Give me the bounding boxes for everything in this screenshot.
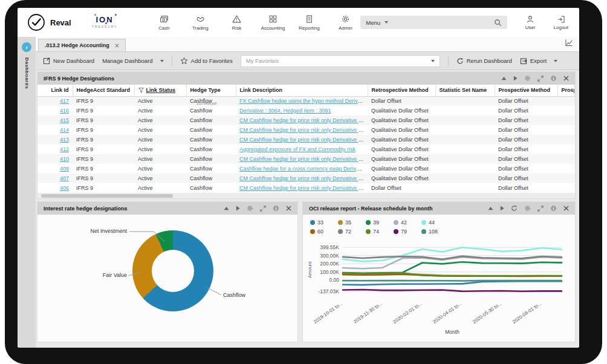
legend-item[interactable]: 33	[310, 219, 338, 226]
table-row[interactable]: 414IFRS 9ActiveCashflowCM Cashflow hedge…	[37, 125, 575, 135]
collapse-icon[interactable]	[488, 206, 493, 210]
nav-item-risk[interactable]: Risk	[221, 15, 252, 31]
col-prospective-method[interactable]: Prospective Method	[495, 85, 557, 96]
link-description-link[interactable]: CM Cashflow hedge for price risk only De…	[239, 175, 368, 181]
link-description-link[interactable]: CM Cashflow hedge for price risk only De…	[239, 156, 368, 162]
info-icon[interactable]	[550, 75, 557, 82]
interest-rate-panel-header: Interest rate hedge designations	[37, 202, 297, 215]
col-statistic-set-name[interactable]: Statistic Set Name	[435, 85, 495, 96]
link-id-link[interactable]: 415	[60, 117, 69, 123]
run-icon[interactable]	[236, 206, 240, 211]
link-description-link[interactable]: Cashflow hedge for a cross currency swap…	[239, 166, 368, 172]
col-link-id[interactable]: Link Id	[37, 85, 73, 96]
tab-hedge-accounting[interactable]: .013.2 Hedge Accounting	[38, 39, 126, 51]
close-icon[interactable]	[286, 206, 291, 211]
standard-cell: IFRS 9	[73, 145, 134, 154]
oci-line-chart[interactable]: 399.55K300.00K200.00K100.00K0.00-137.03K…	[305, 241, 569, 338]
overlay-artifact: 2117985s.pdf	[196, 102, 216, 105]
link-id-link[interactable]: 417	[60, 98, 69, 104]
link-description-link[interactable]: CM Cashflow hedge for price risk only De…	[239, 185, 368, 191]
nav-item-cash[interactable]: Cash	[149, 15, 179, 31]
add-to-favorites-button[interactable]: Add to Favorites	[180, 57, 233, 65]
link-description-link[interactable]: FX Cashflow hedge using the hypo method …	[239, 98, 368, 104]
nav-item-trading[interactable]: Trading	[185, 15, 215, 31]
legend-item[interactable]: 79	[394, 229, 421, 235]
resize-icon[interactable]	[537, 76, 544, 82]
link-id-link[interactable]: 413	[60, 137, 69, 143]
link-id-link[interactable]: 412	[60, 146, 69, 152]
table-row[interactable]: 416IFRS 9ActiveCashflowDerivative : 3064…	[37, 106, 575, 115]
table-row[interactable]: 413IFRS 9ActiveCashflowCM Cashflow hedge…	[37, 135, 575, 145]
rerun-dashboard-button[interactable]: Rerun Dashboard	[456, 57, 512, 65]
legend-item[interactable]: 108	[421, 229, 449, 235]
gear-icon[interactable]	[524, 75, 531, 82]
export-button[interactable]: Export	[520, 57, 557, 65]
table-row[interactable]: 412IFRS 9ActiveCashflowAggregated exposu…	[37, 145, 575, 154]
close-icon[interactable]	[563, 206, 569, 211]
col-hedge-type[interactable]: Hedge Type	[186, 85, 236, 96]
filter-icon[interactable]	[138, 88, 144, 93]
link-id-link[interactable]: 414	[60, 127, 69, 133]
menu-dropdown[interactable]: Menu	[366, 19, 380, 26]
col-hedgeacct-standard[interactable]: HedgeAcct Standard	[73, 85, 134, 96]
search-input[interactable]	[388, 19, 494, 27]
new-dashboard-button[interactable]: New Dashboard	[43, 57, 94, 65]
table-horizontal-scrollbar[interactable]	[37, 193, 575, 198]
link-description-link[interactable]: CM Cashflow hedge for price risk only De…	[239, 127, 368, 133]
link-id-link[interactable]: 416	[60, 108, 69, 114]
legend-item[interactable]: 44	[421, 219, 449, 226]
link-description-link[interactable]: Derivative : 3064, Hedged Item : 3091	[239, 108, 331, 114]
search-icon[interactable]	[494, 19, 502, 27]
col-link-status[interactable]: Link Status	[134, 85, 186, 96]
legend-item[interactable]: 72	[338, 229, 366, 235]
link-description-cell: CM Cashflow hedge for price risk only De…	[236, 174, 368, 183]
table-row[interactable]: 415IFRS 9ActiveCashflowCM Cashflow hedge…	[37, 115, 575, 125]
run-icon[interactable]	[513, 76, 518, 81]
tab-close-icon[interactable]	[115, 44, 119, 48]
scrollbar-thumb[interactable]	[41, 194, 173, 198]
gear-icon[interactable]	[524, 205, 531, 212]
col-retrospective-method[interactable]: Retrospective Method	[368, 85, 435, 96]
tab-title: .013.2 Hedge Accounting	[45, 42, 109, 48]
refresh-icon[interactable]	[511, 205, 518, 212]
user-button[interactable]: User	[525, 15, 536, 30]
info-icon[interactable]	[550, 205, 557, 212]
rail-expand-button[interactable]: ›	[22, 42, 31, 52]
hedge-type-cell: Cashflow	[186, 183, 236, 193]
link-id-link[interactable]: 410	[60, 156, 69, 162]
nav-item-admin[interactable]: Admin	[330, 15, 360, 31]
rail-dashboards-label[interactable]: Dashboards	[24, 57, 30, 89]
table-row[interactable]: 406IFRS 9ActiveCashflowCM Cashflow hedge…	[37, 183, 575, 193]
manage-dashboard-button[interactable]: Manage Dashboard	[102, 57, 163, 64]
legend-item[interactable]: 42	[394, 219, 421, 226]
resize-icon[interactable]	[537, 206, 544, 212]
resize-icon[interactable]	[260, 206, 266, 212]
link-id-link[interactable]: 406	[60, 185, 69, 191]
legend-item[interactable]: 39	[366, 219, 394, 226]
gear-icon[interactable]	[247, 205, 253, 212]
link-description-link[interactable]: Aggregated exposure of FX and Commodity …	[239, 146, 355, 152]
table-row[interactable]: 409IFRS 9ActiveCashflowCashflow hedge fo…	[37, 164, 575, 174]
link-id-link[interactable]: 407	[60, 175, 69, 181]
link-description-link[interactable]: CM Cashflow hedge for price risk only De…	[239, 137, 368, 143]
table-row[interactable]: 410IFRS 9ActiveCashflowCM Cashflow hedge…	[37, 154, 575, 164]
logout-button[interactable]: Logout	[554, 15, 568, 30]
favorites-select[interactable]: My Favorites	[241, 55, 440, 67]
run-icon[interactable]	[500, 206, 504, 211]
col-prosp-statistic-set-name[interactable]: Prosp Statistic Set Na	[557, 85, 575, 96]
close-icon[interactable]	[563, 76, 569, 81]
link-description-link[interactable]: CM Cashflow hedge for price risk only De…	[239, 117, 368, 123]
info-icon[interactable]	[273, 205, 279, 212]
legend-item[interactable]: 74	[366, 229, 394, 235]
collapse-icon[interactable]	[224, 206, 229, 210]
link-id-link[interactable]: 409	[60, 166, 69, 172]
nav-item-reporting[interactable]: Reporting	[294, 15, 324, 31]
table-row[interactable]: 407IFRS 9ActiveCashflowCM Cashflow hedge…	[37, 174, 575, 183]
col-link-description[interactable]: Link Description	[236, 85, 368, 96]
legend-item[interactable]: 60	[310, 229, 338, 235]
nav-item-accounting[interactable]: Accounting	[258, 15, 288, 31]
analytics-chart-icon[interactable]	[565, 39, 573, 47]
collapse-icon[interactable]	[501, 76, 507, 80]
legend-item[interactable]: 35	[338, 219, 366, 226]
table-row[interactable]: 417IFRS 9ActiveCashflow2117985s.pdfFX Ca…	[37, 96, 575, 106]
